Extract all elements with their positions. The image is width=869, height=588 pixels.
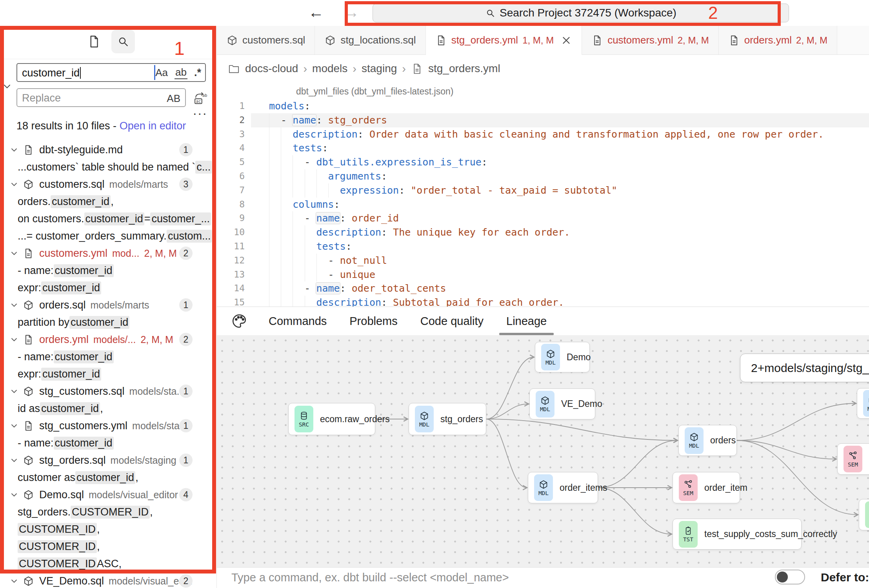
search-result-match[interactable]: CUSTOMER_ID, <box>0 521 216 538</box>
breadcrumb-item[interactable]: docs-cloud <box>245 62 298 75</box>
breadcrumb-item[interactable]: staging <box>362 62 397 75</box>
code-token: : <box>334 199 340 210</box>
lineage-node-test_supply_costs_sum_correctly[interactable]: TSTtest_supply_costs_sum_correctly <box>673 519 802 550</box>
open-in-editor-link[interactable]: Open in editor <box>120 120 186 132</box>
search-view-button[interactable] <box>111 30 135 53</box>
match-text: on customers. <box>18 213 84 225</box>
chevron-down-icon[interactable] <box>2 81 13 92</box>
search-result-match[interactable]: ...customers` table should be named `c..… <box>0 158 216 176</box>
lineage-node-p3[interactable]: TST <box>859 499 869 530</box>
defer-toggle[interactable] <box>775 570 805 584</box>
code-line[interactable]: 9 - name: order_id <box>217 211 869 225</box>
match-case-button[interactable]: Aa <box>155 67 168 79</box>
semantic-model-icon <box>848 451 858 461</box>
chevron-down-icon[interactable] <box>9 576 19 586</box>
sidebar-scrollbar[interactable] <box>213 355 216 387</box>
code-line[interactable]: 11 tests: <box>217 240 869 254</box>
editor-tab-customers.yml[interactable]: customers.yml2, M, M <box>582 26 719 55</box>
lineage-node-orders[interactable]: MDLorders <box>678 425 737 456</box>
editor-tab-customers.sql[interactable]: customers.sql <box>217 26 315 55</box>
lineage-node-Demo[interactable]: MDLDemo <box>535 342 590 372</box>
chevron-down-icon[interactable] <box>9 387 19 396</box>
editor-tab-orders.yml[interactable]: orders.yml2, M, M <box>719 26 837 55</box>
search-result-file[interactable]: Demo.sqlmodels/visual_editor4 <box>0 486 216 503</box>
more-actions-button[interactable]: ... <box>193 103 207 118</box>
editor-tab-stg_locations.sql[interactable]: stg_locations.sql <box>315 26 425 55</box>
palette-icon[interactable] <box>231 313 247 329</box>
code-line[interactable]: 7 expression: "order_total - tax_paid = … <box>217 183 869 198</box>
search-result-file[interactable]: dbt-styleguide.md1 <box>0 141 216 158</box>
match-text: , <box>97 523 100 535</box>
close-tab-icon[interactable] <box>560 34 572 46</box>
chevron-down-icon[interactable] <box>9 145 19 154</box>
code-line[interactable]: 3 description: Order data with basic cle… <box>217 127 869 142</box>
chevron-down-icon[interactable] <box>9 180 19 189</box>
panel-tab-problems[interactable]: Problems <box>349 307 398 335</box>
lineage-node-ecom.raw_orders[interactable]: SRCecom.raw_orders <box>288 403 375 435</box>
chevron-down-icon[interactable] <box>9 249 19 258</box>
code-line[interactable]: 14 - name: oder_total_cents <box>217 281 869 296</box>
search-result-match[interactable]: id as customer_id, <box>0 400 216 417</box>
chevron-down-icon[interactable] <box>9 335 19 344</box>
search-result-match[interactable]: stg_orders.CUSTOMER_ID, <box>0 503 216 521</box>
lineage-node-stg_orders[interactable]: MDLstg_orders <box>409 403 486 435</box>
search-result-match[interactable]: CUSTOMER_ID ASC, <box>0 555 216 572</box>
code-line[interactable]: 13 - unique <box>217 268 869 282</box>
code-line[interactable]: 4 tests: <box>217 141 869 155</box>
search-result-match[interactable]: CUSTOMER_ID, <box>0 538 216 555</box>
search-result-match[interactable]: ...= customer_orders_summary.custom... <box>0 227 216 245</box>
search-result-match[interactable]: customer as customer_id, <box>0 469 216 486</box>
code-line[interactable]: 2 - name: stg_orders <box>217 113 869 127</box>
lineage-node-order_items[interactable]: MDLorder_items <box>528 472 598 503</box>
code-token: : <box>304 100 310 112</box>
search-result-file[interactable]: customers.sqlmodels/marts3 <box>0 176 216 193</box>
search-result-file[interactable]: stg_customers.ymlmodels/sta...1 <box>0 417 216 434</box>
search-result-match[interactable]: orders.customer_id, <box>0 193 216 210</box>
search-result-match[interactable]: expr: customer_id <box>0 279 216 296</box>
code-line[interactable]: 12 - not_null <box>217 254 869 268</box>
chevron-down-icon[interactable] <box>9 490 19 499</box>
code-line[interactable]: 1models: <box>217 99 869 113</box>
breadcrumb-item[interactable]: models <box>312 62 347 75</box>
search-result-file[interactable]: stg_customers.sqlmodels/sta...1 <box>0 383 216 400</box>
lineage-canvas[interactable]: SRCecom.raw_ordersMDLstg_ordersMDLDemoMD… <box>217 335 869 567</box>
code-line[interactable]: 10 description: The unique key for each … <box>217 225 869 240</box>
replace-input[interactable]: Replace AB <box>16 88 186 107</box>
search-result-file[interactable]: orders.sqlmodels/marts1 <box>0 296 216 314</box>
panel-tab-code-quality[interactable]: Code quality <box>420 307 484 335</box>
breadcrumb-file[interactable]: stg_orders.yml <box>428 62 500 75</box>
lineage-node-VE_Demo[interactable]: MDLVE_Demo <box>529 388 595 419</box>
search-result-match[interactable]: - name: customer_id <box>0 262 216 279</box>
search-result-match[interactable]: expr: customer_id <box>0 365 216 383</box>
forward-arrow-button[interactable]: → <box>344 3 359 21</box>
lineage-node-order_item[interactable]: SEMorder_item <box>673 472 740 503</box>
editor-tab-stg_orders.yml[interactable]: stg_orders.yml1, M, M <box>426 26 582 55</box>
code-editor[interactable]: dbt_yml_files (dbt_yml_files-latest.json… <box>217 82 869 307</box>
search-result-match[interactable]: on customers.customer_id = customer_... <box>0 210 216 227</box>
back-arrow-button[interactable]: ← <box>308 3 324 21</box>
search-result-file[interactable]: stg_orders.sqlmodels/staging1 <box>0 452 216 469</box>
panel-tab-lineage[interactable]: Lineage <box>506 307 547 335</box>
lineage-node-s[interactable]: SEMs <box>837 443 869 475</box>
code-line[interactable]: 6 arguments: <box>217 169 869 183</box>
search-result-match[interactable]: partition by customer_id <box>0 314 216 331</box>
regex-button[interactable]: .* <box>194 67 201 79</box>
search-result-match[interactable]: - name: customer_id <box>0 348 216 365</box>
code-line[interactable]: 8 columns: <box>217 198 869 212</box>
code-line[interactable]: 15 description: Subtotal paid for each o… <box>217 296 869 307</box>
whole-word-button[interactable]: ab <box>175 66 187 79</box>
chevron-down-icon[interactable] <box>9 456 19 465</box>
search-input[interactable]: customer_id Aa ab .* <box>16 63 206 82</box>
panel-tab-commands[interactable]: Commands <box>269 307 327 335</box>
chevron-down-icon[interactable] <box>9 421 19 430</box>
file-explorer-icon[interactable] <box>87 34 101 49</box>
code-line[interactable]: 5 - dbt_utils.expression_is_true: <box>217 155 869 169</box>
lineage-node-p1[interactable]: MDL <box>857 388 869 419</box>
chevron-down-icon[interactable] <box>9 300 19 310</box>
search-result-file[interactable]: VE_Demo.sqlmodels/visual_ed...2 <box>0 572 216 588</box>
project-search-bar[interactable]: Search Project 372475 (Workspace) <box>373 4 789 22</box>
search-result-file[interactable]: orders.ymlmodels/...2, M, M2 <box>0 331 216 348</box>
search-result-file[interactable]: customers.ymlmod...2, M, M2 <box>0 245 216 262</box>
search-result-match[interactable]: - name: customer_id <box>0 434 216 452</box>
preserve-case-button[interactable]: AB <box>167 93 180 105</box>
